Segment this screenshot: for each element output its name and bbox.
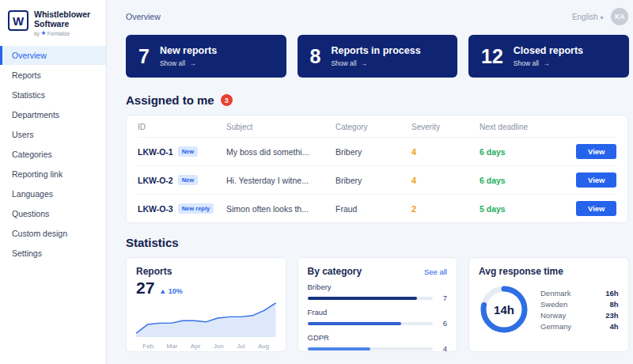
col-header-category: Category [335,123,411,131]
sidebar-item-settings[interactable]: Settings [0,244,106,263]
language-selector[interactable]: English ▾ [572,13,604,21]
report-id: LKW-O-2 [138,176,173,185]
country-time: 16h [605,289,618,298]
table-row: LKW-O-2 New Hi. Yesterday I witne... Bri… [138,166,616,195]
reports-chart-card: Reports 27 ▲ 10% Feb Mar Apr Jun Jul Aug [126,257,286,352]
report-deadline: 6 days [479,147,576,157]
country-name: Sweden [540,300,567,309]
bar-track [308,322,434,325]
month-label: Jun [214,343,224,350]
category-label: Bribery [308,282,448,291]
reports-in-process-show-all-link[interactable]: Show all → [331,59,420,67]
report-deadline: 6 days [479,176,576,185]
main-content: Overview English ▾ KA 7 New reports Show… [107,0,633,364]
category-value: 4 [439,344,447,353]
sidebar-item-languages[interactable]: Languages [0,184,106,203]
reports-in-process-card: 8 Reports in process Show all → [298,35,458,78]
month-label: Apr [191,343,200,350]
country-name: Norway [540,311,566,320]
category-label: GDPR [308,333,448,342]
country-time: 8h [609,300,618,309]
sidebar-item-overview[interactable]: Overview [0,46,106,65]
topbar: Overview English ▾ KA [126,8,628,25]
sidebar-item-custom-design[interactable]: Custom design [0,224,106,243]
sidebar-item-reporting-link[interactable]: Reporting link [0,165,106,184]
report-category: Fraud [335,204,411,214]
closed-reports-show-all-link[interactable]: Show all → [514,59,583,67]
table-header-row: ID Subject Category Severity Next deadli… [138,116,616,138]
category-chart-card: By category See all Bribery 7 Fraud 6 [298,257,458,352]
report-deadline: 5 days [479,204,576,214]
arrow-right-icon: → [189,59,196,67]
view-button[interactable]: View [576,144,616,159]
table-row: LKW-O-3 New reply Simon often looks th..… [138,195,616,222]
col-header-deadline: Next deadline [479,123,576,131]
delta-up-icon: ▲ [159,287,166,295]
view-button[interactable]: View [576,173,616,188]
sidebar-item-statistics[interactable]: Statistics [0,85,106,104]
category-bar-row: GDPR 4 [308,333,448,353]
country-row: Norway 23h [540,311,619,320]
status-badge: New [178,175,198,185]
summary-cards: 7 New reports Show all → 8 Reports in pr… [126,35,628,78]
report-category: Bribery [335,147,411,157]
country-row: Sweden 8h [540,300,619,309]
statistics-cards: Reports 27 ▲ 10% Feb Mar Apr Jun Jul Aug [126,257,628,352]
report-subject: Hi. Yesterday I witne... [226,176,335,185]
new-reports-card: 7 New reports Show all → [126,35,286,78]
category-chart-title: By category [308,266,362,277]
reports-in-process-count: 8 [310,45,321,68]
month-label: Mar [167,343,178,350]
new-reports-show-all-link[interactable]: Show all → [160,59,217,67]
response-time-card: Avg response time 14h Denmark 16h Swede [468,257,629,352]
gauge-value: 14h [479,284,529,335]
statistics-title: Statistics [126,236,179,249]
assigned-table: ID Subject Category Severity Next deadli… [126,115,628,223]
assigned-to-me-title: Assigned to me [126,93,214,107]
country-name: Denmark [540,289,571,298]
view-button[interactable]: View [576,201,616,216]
sidebar: W Whistleblower Software by ❖ Formalize … [0,0,107,364]
report-severity: 2 [411,204,479,214]
reports-total: 27 [136,279,154,298]
assigned-count-badge: 3 [221,94,233,106]
chevron-down-icon: ▾ [600,14,603,21]
new-reports-title: New reports [160,45,217,56]
status-badge: New [178,146,198,157]
see-all-link[interactable]: See all [424,267,447,276]
sidebar-item-questions[interactable]: Questions [0,204,106,223]
brand-name-line2: Software [34,19,90,28]
avatar[interactable]: KA [611,8,628,25]
country-row: Denmark 16h [540,289,619,298]
closed-reports-card: 12 Closed reports Show all → [468,35,629,78]
country-name: Germany [540,322,571,331]
bar-fill [308,322,402,325]
sidebar-item-categories[interactable]: Categories [0,145,106,164]
month-label: Jul [237,343,244,350]
brand-name-line1: Whistleblower [34,9,90,19]
report-severity: 4 [411,176,479,185]
closed-reports-title: Closed reports [514,45,583,56]
bar-track [308,347,434,351]
brand-by-label: by [34,31,40,36]
category-value: 7 [439,294,447,302]
report-id: LKW-O-3 [138,204,173,214]
country-row: Germany 4h [540,322,619,331]
response-time-title: Avg response time [479,266,619,277]
arrow-right-icon: → [361,59,368,67]
sidebar-item-departments[interactable]: Departments [0,105,106,124]
report-category: Bribery [335,176,411,185]
category-bar-row: Bribery 7 [308,282,448,302]
col-header-subject: Subject [226,123,335,131]
bar-fill [308,347,370,351]
col-header-severity: Severity [411,123,479,131]
arrow-right-icon: → [543,59,550,67]
reports-in-process-title: Reports in process [331,45,420,56]
sidebar-item-reports[interactable]: Reports [0,66,106,85]
category-value: 6 [439,319,447,328]
brand-logo-icon: W [8,10,28,31]
new-reports-count: 7 [138,45,150,68]
reports-chart-title: Reports [136,266,276,277]
report-subject: Simon often looks th... [226,204,335,214]
sidebar-item-users[interactable]: Users [0,125,106,144]
